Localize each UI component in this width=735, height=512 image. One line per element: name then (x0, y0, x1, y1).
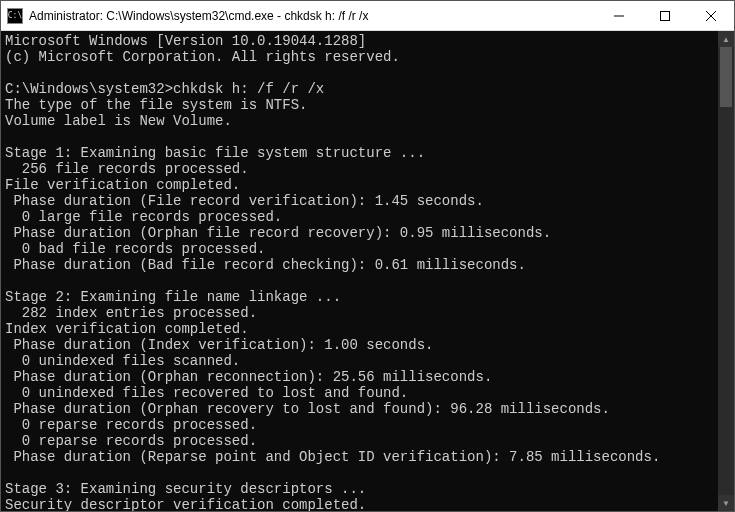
terminal-line: Phase duration (Orphan reconnection): 25… (5, 369, 714, 385)
terminal-line: Phase duration (Reparse point and Object… (5, 449, 714, 465)
scroll-up-arrow-icon[interactable]: ▲ (718, 31, 734, 47)
terminal-line: 0 unindexed files recovered to lost and … (5, 385, 714, 401)
terminal-line: Phase duration (File record verification… (5, 193, 714, 209)
terminal-line: 282 index entries processed. (5, 305, 714, 321)
terminal-line: The type of the file system is NTFS. (5, 97, 714, 113)
terminal-line: Phase duration (Index verification): 1.0… (5, 337, 714, 353)
terminal-line: Phase duration (Bad file record checking… (5, 257, 714, 273)
window-title: Administrator: C:\Windows\system32\cmd.e… (29, 9, 596, 23)
terminal-area: Microsoft Windows [Version 10.0.19044.12… (1, 31, 734, 511)
terminal-line: Stage 1: Examining basic file system str… (5, 145, 714, 161)
terminal-line (5, 129, 714, 145)
minimize-icon (614, 11, 624, 21)
terminal-line: 0 large file records processed. (5, 209, 714, 225)
terminal-line: 0 bad file records processed. (5, 241, 714, 257)
terminal-line: Volume label is New Volume. (5, 113, 714, 129)
scroll-thumb[interactable] (720, 47, 732, 107)
terminal-line: 0 unindexed files scanned. (5, 353, 714, 369)
scroll-down-arrow-icon[interactable]: ▼ (718, 495, 734, 511)
terminal-line: 0 reparse records processed. (5, 433, 714, 449)
cmd-icon: C:\ (7, 8, 23, 24)
terminal-line: Index verification completed. (5, 321, 714, 337)
terminal-line: (c) Microsoft Corporation. All rights re… (5, 49, 714, 65)
terminal-line: Microsoft Windows [Version 10.0.19044.12… (5, 33, 714, 49)
terminal-line: 0 reparse records processed. (5, 417, 714, 433)
maximize-button[interactable] (642, 1, 688, 30)
maximize-icon (660, 11, 670, 21)
terminal-line (5, 273, 714, 289)
terminal-line: Phase duration (Orphan recovery to lost … (5, 401, 714, 417)
terminal-line: File verification completed. (5, 177, 714, 193)
terminal-line: C:\Windows\system32>chkdsk h: /f /r /x (5, 81, 714, 97)
svg-rect-1 (661, 11, 670, 20)
terminal-line: 256 file records processed. (5, 161, 714, 177)
minimize-button[interactable] (596, 1, 642, 30)
terminal-line (5, 465, 714, 481)
terminal-line: Security descriptor verification complet… (5, 497, 714, 511)
close-icon (706, 11, 716, 21)
terminal-line: Stage 2: Examining file name linkage ... (5, 289, 714, 305)
vertical-scrollbar[interactable]: ▲ ▼ (718, 31, 734, 511)
terminal-line: Stage 3: Examining security descriptors … (5, 481, 714, 497)
terminal-line: Phase duration (Orphan file record recov… (5, 225, 714, 241)
window-titlebar: C:\ Administrator: C:\Windows\system32\c… (1, 1, 734, 31)
window-controls (596, 1, 734, 30)
terminal-line (5, 65, 714, 81)
close-button[interactable] (688, 1, 734, 30)
terminal-output[interactable]: Microsoft Windows [Version 10.0.19044.12… (1, 31, 718, 511)
